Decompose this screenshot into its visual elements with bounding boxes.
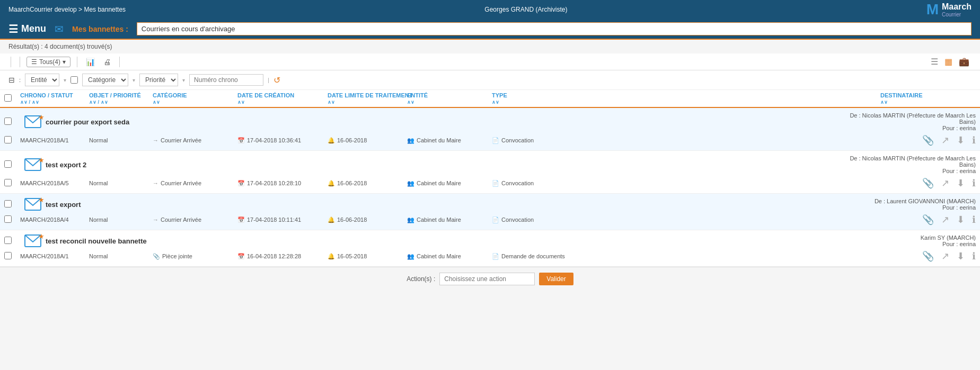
doc-title[interactable]: test reconcil nouvelle bannette (46, 237, 147, 245)
group-icon: 👥 (407, 216, 414, 223)
download-icon[interactable]: ⬇ (957, 250, 965, 262)
table-row: ★ test exportDe : Laurent GIOVANNONI (MA… (0, 194, 980, 230)
logo: M Maarch Courrier (926, 1, 972, 18)
action-bar: Action(s) : Valider (0, 267, 980, 291)
attachment-icon[interactable]: 📎 (922, 177, 934, 189)
detail-checkbox-spacer (4, 136, 20, 145)
col-actions: 📎 ↗ ⬇ ℹ (922, 214, 976, 225)
th-destinataire[interactable]: DESTINATAIRE ∧∨ (880, 92, 976, 105)
toolbar-sep-2 (20, 57, 20, 67)
calendar-icon: 📅 (237, 216, 245, 223)
col-priorite: Normal (89, 180, 153, 186)
doc-title-row: ★ test reconcil nouvelle bannetteKarim S… (0, 230, 980, 249)
col-type: 📄 Convocation (492, 137, 577, 144)
refresh-button[interactable]: ↺ (273, 75, 280, 85)
valider-button[interactable]: Valider (539, 273, 573, 285)
categorie-select[interactable]: Catégorie (82, 74, 128, 86)
share-icon[interactable]: ↗ (941, 214, 949, 225)
header-nav: ☰ Menu ✉ Mes bannettes : (0, 19, 980, 40)
star-icon: ★ (38, 196, 45, 204)
chrono-sep: | (268, 77, 269, 83)
filter-icon: ⊟ (8, 76, 15, 84)
doc-envelope-icon[interactable]: ★ (24, 234, 41, 247)
share-icon[interactable]: ↗ (941, 134, 949, 146)
menu-label: Menu (21, 23, 46, 34)
th-chrono[interactable]: CHRONO / STATUT ∧∨ / ∧∨ (20, 92, 89, 105)
info-icon[interactable]: ℹ (972, 214, 976, 225)
doc-title[interactable]: test export 2 (46, 161, 86, 169)
detail-checkbox[interactable] (4, 179, 12, 186)
th-limite[interactable]: DATE LIMITE DE TRAITEMENT ∧∨ (328, 92, 407, 105)
doc-title-row: ★ courrier pour export sedaDe : Nicolas … (0, 108, 980, 133)
th-creation[interactable]: DATE DE CRÉATION ∧∨ (237, 92, 328, 105)
filter-row: ⊟ : Entité ▾ Catégorie ▾ Priorité ▾ | ↺ (0, 70, 980, 90)
col-entite: 👥 Cabinet du Maire (407, 253, 492, 260)
info-icon[interactable]: ℹ (972, 250, 976, 262)
detail-checkbox[interactable] (4, 215, 12, 223)
attachment-icon[interactable]: 📎 (922, 134, 934, 146)
sep3 (77, 57, 77, 67)
view-grid-button[interactable]: ▦ (942, 56, 955, 68)
share-icon[interactable]: ↗ (941, 177, 949, 189)
table-body: ★ courrier pour export sedaDe : Nicolas … (0, 108, 980, 267)
download-icon[interactable]: ⬇ (957, 177, 965, 189)
menu-button[interactable]: ☰ Menu (8, 23, 46, 35)
print-icon: 🖨 (103, 58, 111, 66)
entite-select[interactable]: Entité (25, 74, 59, 86)
doc-sender: De : Laurent GIOVANNONI (MAARCH)Pour : e… (875, 198, 976, 211)
col-creation: 📅 16-04-2018 12:28:28 (237, 253, 328, 260)
table-row: ★ test export 2De : Nicolas MARTIN (Préf… (0, 151, 980, 194)
info-icon[interactable]: ℹ (972, 177, 976, 189)
chrono-input[interactable] (189, 74, 263, 86)
row-checkbox[interactable] (4, 200, 12, 207)
th-type[interactable]: TYPE ∧∨ (492, 92, 577, 105)
col-limite: 🔔 16-05-2018 (328, 253, 407, 260)
th-entite[interactable]: ENTITÉ ∧∨ (407, 92, 492, 105)
dest-sort-icon: ∧∨ (880, 100, 888, 105)
table-header: CHRONO / STATUT ∧∨ / ∧∨ OBJET / PRIORITÉ… (0, 90, 980, 108)
print-button[interactable]: 🖨 (101, 57, 113, 67)
col-priorite: Normal (89, 137, 153, 143)
doc-sender: Karim SY (MAARCH)Pour : eerina (921, 234, 976, 247)
doc-envelope-icon[interactable]: ★ (24, 198, 41, 211)
attachment-icon[interactable]: 📎 (922, 250, 934, 262)
view-cards-button[interactable]: 💼 (957, 56, 972, 68)
star-icon: ★ (38, 232, 45, 240)
col-type: 📄 Convocation (492, 216, 577, 223)
select-all-checkbox[interactable] (4, 94, 12, 102)
type-sort-icon: ∧∨ (492, 100, 499, 105)
row-checkbox[interactable] (4, 118, 12, 125)
th-categorie[interactable]: CATÉGORIE ∧∨ (153, 92, 237, 105)
doc-detail-row: MAARCH/2018A/1 Normal 📎 Pièce jointe 📅 1… (0, 249, 980, 266)
row-checkbox[interactable] (4, 237, 12, 244)
doc-envelope-icon[interactable]: ★ (24, 115, 41, 128)
detail-checkbox[interactable] (4, 252, 12, 259)
filter-colon: : (19, 77, 21, 83)
filter-checkbox[interactable] (70, 76, 78, 84)
th-objet[interactable]: OBJET / PRIORITÉ ∧∨ / ∧∨ (89, 92, 153, 105)
doc-title[interactable]: test export (46, 201, 81, 209)
bannette-input[interactable] (137, 22, 972, 35)
download-icon[interactable]: ⬇ (957, 214, 965, 225)
action-select[interactable] (439, 273, 535, 285)
share-icon[interactable]: ↗ (941, 250, 949, 262)
row-checkbox[interactable] (4, 160, 12, 168)
menu-icon: ☰ (8, 23, 18, 35)
tous-button[interactable]: ☰ Tous(4) ▾ (27, 57, 70, 67)
col-categorie: 📎 Pièce jointe (153, 253, 237, 260)
doc-detail-row: MAARCH/2018A/5 Normal → Courrier Arrivée… (0, 176, 980, 193)
info-icon[interactable]: ℹ (972, 134, 976, 146)
calendar-icon: 📅 (237, 137, 245, 144)
download-icon[interactable]: ⬇ (957, 134, 965, 146)
attachment-icon[interactable]: 📎 (922, 214, 934, 225)
doc-envelope-icon[interactable]: ★ (24, 158, 41, 171)
doc-type-icon: 📄 (492, 180, 499, 187)
creation-sort-icon: ∧∨ (237, 100, 245, 105)
doc-sender: De : Nicolas MARTIN (Préfecture de Maarc… (849, 155, 976, 174)
doc-title[interactable]: courrier pour export seda (46, 118, 129, 126)
tous-arrow: ▾ (63, 58, 66, 66)
priorite-select[interactable]: Priorité (139, 74, 178, 86)
detail-checkbox[interactable] (4, 136, 12, 143)
export-xls-button[interactable]: 📊 (84, 57, 97, 67)
view-list-button[interactable]: ☰ (929, 56, 940, 68)
